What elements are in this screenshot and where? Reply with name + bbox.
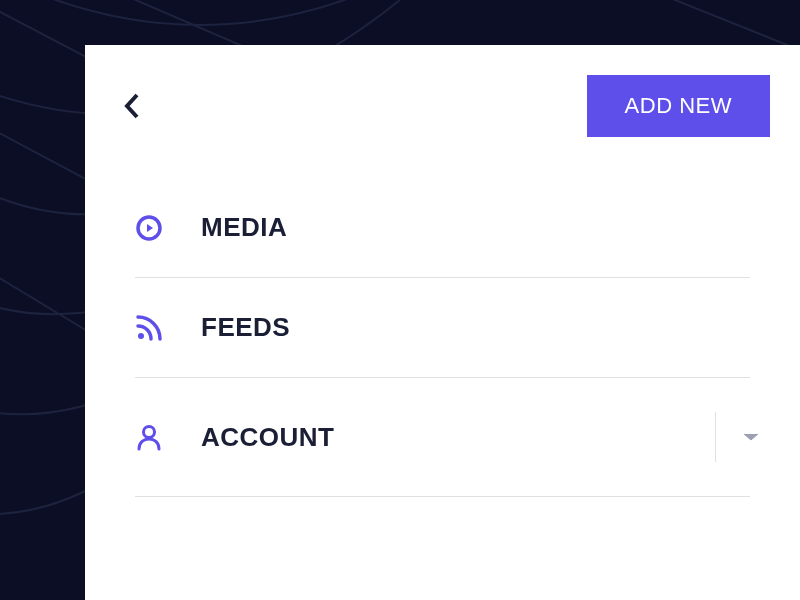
chevron-left-icon: [123, 92, 141, 120]
back-button[interactable]: [115, 84, 149, 128]
rss-icon: [135, 314, 163, 342]
main-panel: ADD NEW MEDIA FEEDS: [85, 45, 800, 600]
menu-label-feeds: FEEDS: [201, 312, 290, 343]
menu-label-account: ACCOUNT: [201, 422, 335, 453]
menu-label-media: MEDIA: [201, 212, 287, 243]
chevron-down-icon: [742, 431, 760, 443]
menu-list: MEDIA FEEDS ACCOUNT: [85, 167, 800, 497]
account-dropdown-toggle[interactable]: [715, 412, 760, 462]
menu-item-media[interactable]: MEDIA: [135, 212, 750, 278]
add-new-button[interactable]: ADD NEW: [587, 75, 770, 137]
menu-item-account[interactable]: ACCOUNT: [135, 378, 750, 497]
menu-item-feeds[interactable]: FEEDS: [135, 278, 750, 378]
svg-point-1: [138, 333, 144, 339]
panel-header: ADD NEW: [85, 45, 800, 167]
svg-point-2: [144, 427, 155, 438]
play-circle-icon: [135, 214, 163, 242]
person-icon: [135, 423, 163, 451]
